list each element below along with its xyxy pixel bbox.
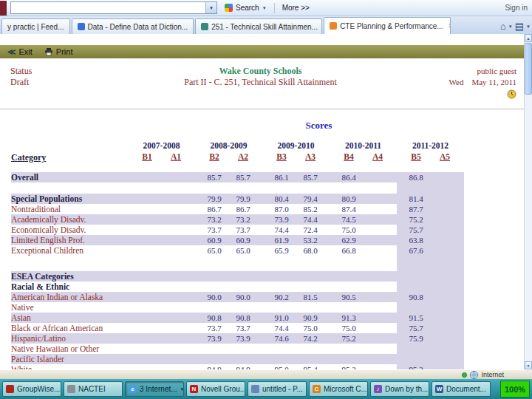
taskbar-button[interactable]: untitled - P...: [248, 381, 307, 397]
year-column-header: 2011-2012: [397, 141, 464, 150]
score-cell-group: 75.2: [330, 333, 397, 344]
taskbar-button[interactable]: NNovell Grou...: [186, 381, 245, 397]
taskbar-button[interactable]: CMicrosoft C...: [309, 381, 368, 397]
score-value: 86.7: [233, 205, 253, 214]
address-combo[interactable]: ▼: [10, 1, 217, 14]
actual-header: A2: [233, 152, 253, 163]
score-value: 68.0: [301, 246, 321, 255]
browser-tab[interactable]: CTE Planning & Performance...✕: [324, 17, 451, 34]
score-value: 91.5: [406, 313, 426, 322]
score-cell-group: [262, 354, 330, 364]
table-row: Exceptional Children65.065.065.968.066.8…: [11, 245, 464, 256]
taskbar-button-label: NACTEI: [78, 385, 106, 393]
year-column-header: 2010-2011: [330, 141, 397, 150]
score-cell-group: [397, 344, 464, 354]
media-icon: ♪: [374, 385, 382, 393]
taskbar-button[interactable]: e3 Internet...▼: [125, 381, 184, 397]
score-value: 61.9: [272, 236, 292, 245]
score-cell-group: [330, 271, 397, 282]
score-cell-group: 95.3: [397, 364, 464, 369]
score-value: 91.3: [339, 313, 359, 322]
address-input[interactable]: [11, 2, 205, 13]
address-dropdown-button[interactable]: ▼: [205, 2, 216, 13]
row-category-label: American Indian or Alaska: [11, 293, 128, 302]
score-value: 75.0: [339, 324, 359, 332]
table-row: Asian90.890.891.090.991.391.5: [11, 313, 464, 323]
vertical-scrollbar[interactable]: ▲ ▼: [524, 34, 532, 369]
taskbar-button[interactable]: WDocument...: [432, 381, 491, 397]
taskbar-button[interactable]: ♪Down by th...: [370, 381, 429, 397]
taskbar-button[interactable]: GroupWise...: [2, 381, 61, 397]
score-cell-group: [128, 214, 195, 225]
score-cell-group: 74.5: [330, 214, 397, 225]
score-cell-group: [330, 344, 397, 354]
scroll-down-icon[interactable]: ▼: [525, 361, 532, 369]
score-cell-group: 85.785.7: [195, 172, 262, 183]
status-bar: Internet: [0, 369, 532, 379]
table-spacer-row: [11, 183, 464, 194]
browser-tab[interactable]: y practic | Feed...: [1, 18, 70, 34]
taskbar-button[interactable]: NACTEI: [64, 381, 123, 397]
clock-icon: [507, 89, 516, 99]
score-cell-group: 86.4: [330, 172, 397, 183]
score-value: 90.8: [233, 313, 253, 322]
score-cell-group: 81.4: [397, 194, 464, 204]
close-tab-icon[interactable]: ✕: [449, 22, 451, 30]
baseline-actual-header: B3A3: [262, 152, 330, 163]
score-value: 95.3: [406, 365, 426, 369]
chevron-down-icon: ▼: [262, 6, 267, 10]
user-name: public guest: [400, 66, 516, 77]
taskbar-button-label: Document...: [446, 385, 486, 393]
exit-button[interactable]: ≪ Exit: [7, 47, 33, 57]
print-button[interactable]: Print: [44, 47, 73, 56]
row-category-label: Limited English Prof.: [11, 236, 128, 245]
scroll-up-icon[interactable]: ▲: [525, 34, 532, 42]
page-menu-icon[interactable]: ▤: [515, 22, 524, 31]
score-cell-group: [397, 256, 464, 271]
novell-icon: N: [190, 385, 198, 393]
chevron-down-icon[interactable]: ▼: [508, 24, 513, 29]
row-category-label: Pacific Islander: [11, 355, 128, 364]
score-value: 73.2: [233, 215, 253, 224]
chevron-down-icon[interactable]: ▼: [526, 24, 531, 29]
table-row: American Indian or Alaska90.090.090.281.…: [11, 292, 464, 302]
page-subtitle: Part II - C. 251, Technical Skill Attain…: [121, 77, 400, 88]
score-cell-group: [262, 256, 330, 271]
report-date: Wed May 11, 2011: [400, 77, 516, 88]
score-cell-group: 74.475.0: [262, 323, 330, 333]
browser-tab[interactable]: Data - Define Data at Diction...: [72, 18, 194, 34]
score-cell-group: [128, 313, 195, 323]
sign-in-button[interactable]: Sign in: [505, 4, 528, 12]
score-cell-group: [397, 271, 464, 282]
score-value: 74.5: [339, 215, 359, 224]
score-value: 86.7: [205, 205, 225, 214]
browser-toolbar: ▼ Search ▼ More >> Sign in: [0, 0, 532, 16]
tab-favicon: [201, 23, 208, 30]
baseline-actual-header: B2A2: [195, 152, 262, 163]
tab-label: Data - Define Data at Diction...: [88, 23, 188, 31]
score-cell-group: 65.065.0: [195, 245, 262, 256]
score-cell-group: [128, 302, 195, 313]
more-button[interactable]: More >>: [279, 2, 313, 13]
year-header-spacer: [11, 141, 128, 150]
score-cell-group: 86.8: [397, 172, 464, 183]
score-cell-group: [128, 271, 195, 282]
scrollbar-thumb[interactable]: [525, 43, 532, 95]
home-icon[interactable]: ⌂: [500, 22, 506, 31]
score-value: 75.0: [339, 225, 359, 234]
search-button[interactable]: Search ▼: [221, 2, 270, 13]
score-cell-group: 62.9: [330, 235, 397, 245]
table-row: Nontraditional86.786.787.085.287.487.7: [11, 204, 464, 214]
print-label: Print: [56, 47, 73, 56]
score-cell-group: 90.8: [397, 292, 464, 302]
browser-tab[interactable]: 251 - Technical Skill Attainmen...: [195, 18, 322, 34]
word-icon: W: [435, 385, 443, 393]
row-category-label: Native Hawaiian or Other: [11, 344, 128, 354]
score-cell-group: [397, 354, 464, 364]
score-cell-group: 90.890.8: [195, 313, 262, 323]
score-value: 73.2: [205, 215, 225, 224]
document-icon: [67, 385, 75, 393]
score-cell-group: 73.773.7: [195, 225, 262, 235]
zoom-indicator[interactable]: 100%: [500, 381, 530, 398]
score-cell-group: [195, 271, 262, 282]
